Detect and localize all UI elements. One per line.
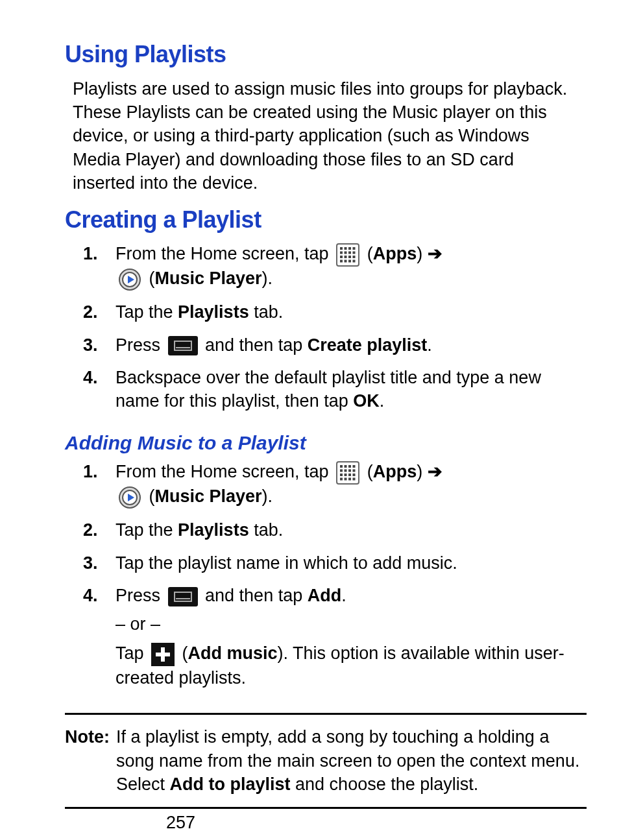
ok-label: OK: [353, 391, 380, 411]
step-number: 1.: [83, 460, 115, 514]
text: tab.: [249, 302, 284, 322]
text: Tap the playlist name in which to add mu…: [115, 551, 587, 575]
menu-button-icon: [168, 336, 198, 355]
step-number: 3.: [83, 333, 115, 362]
text: .: [427, 335, 432, 355]
step-number: 1.: [83, 242, 115, 296]
add-to-playlist-label: Add to playlist: [170, 774, 291, 794]
intro-paragraph: Playlists are used to assign music files…: [73, 77, 579, 195]
text: tab.: [249, 520, 284, 540]
text: (: [367, 462, 373, 481]
step-content: Press and then tap Add. – or – Tap (Add …: [115, 584, 587, 695]
text: (: [367, 244, 373, 263]
music-player-label: Music Player: [155, 269, 262, 288]
text: ): [417, 462, 428, 481]
note-block: Note: If a playlist is empty, add a song…: [65, 713, 587, 808]
text: .: [380, 391, 385, 411]
note-label: Note:: [65, 725, 110, 796]
text: and then tap: [205, 586, 308, 605]
text: ): [417, 244, 428, 263]
step-content: From the Home screen, tap (Apps) ➔ (Musi…: [115, 460, 587, 514]
music-player-icon: [118, 268, 141, 291]
step-content: Tap the Playlists tab.: [115, 518, 587, 547]
step-number: 4.: [83, 584, 115, 695]
playlists-label: Playlists: [178, 520, 249, 540]
step-number: 2.: [83, 518, 115, 547]
text: Press: [115, 586, 165, 605]
apps-grid-icon: [336, 243, 359, 267]
music-player-icon: [118, 486, 141, 509]
step-content: Tap the playlist name in which to add mu…: [115, 551, 587, 580]
page-number: 257: [166, 811, 195, 834]
text: Tap the: [115, 302, 178, 322]
text: From the Home screen, tap: [115, 462, 334, 481]
text: Tap the: [115, 520, 178, 540]
text: ).: [262, 486, 273, 506]
heading-adding-music: Adding Music to a Playlist: [65, 430, 587, 457]
step-content: Press and then tap Create playlist.: [115, 333, 587, 362]
text: .: [341, 586, 346, 605]
step-content: Backspace over the default playlist titl…: [115, 366, 587, 418]
playlists-label: Playlists: [178, 302, 249, 322]
note-text: If a playlist is empty, add a song by to…: [114, 725, 587, 796]
add-label: Add: [308, 586, 341, 605]
plus-icon: [151, 643, 175, 666]
step-content: Tap the Playlists tab.: [115, 300, 587, 329]
heading-using-playlists: Using Playlists: [65, 39, 587, 71]
text: (: [182, 643, 188, 663]
heading-creating-playlist: Creating a Playlist: [65, 204, 587, 236]
text: From the Home screen, tap: [115, 244, 334, 263]
text: and then tap: [205, 335, 308, 355]
step-number: 4.: [83, 366, 115, 418]
text: (: [149, 269, 155, 288]
create-playlist-label: Create playlist: [308, 335, 428, 355]
step-content: From the Home screen, tap (Apps) ➔ (Musi…: [115, 242, 587, 296]
step-number: 2.: [83, 300, 115, 329]
text: Tap: [115, 643, 149, 663]
add-music-label: Add music: [188, 643, 278, 663]
text: and choose the playlist.: [291, 774, 479, 794]
create-playlist-steps: 1. From the Home screen, tap (Apps) ➔ (M…: [83, 242, 587, 418]
text: ).: [262, 269, 273, 288]
apps-label: Apps: [373, 244, 417, 263]
step-number: 3.: [83, 551, 115, 580]
text: (: [149, 486, 155, 506]
arrow-icon: ➔: [428, 462, 443, 481]
or-separator: – or –: [115, 612, 587, 636]
text: Press: [115, 335, 165, 355]
add-music-steps: 1. From the Home screen, tap (Apps) ➔ (M…: [83, 460, 587, 695]
apps-grid-icon: [336, 461, 359, 485]
text: Backspace over the default playlist titl…: [115, 368, 541, 411]
arrow-icon: ➔: [428, 244, 443, 263]
apps-label: Apps: [373, 462, 417, 481]
menu-button-icon: [168, 587, 198, 606]
music-player-label: Music Player: [155, 486, 262, 506]
page: { "headings": { "using_playlists": "Usin…: [65, 39, 587, 840]
